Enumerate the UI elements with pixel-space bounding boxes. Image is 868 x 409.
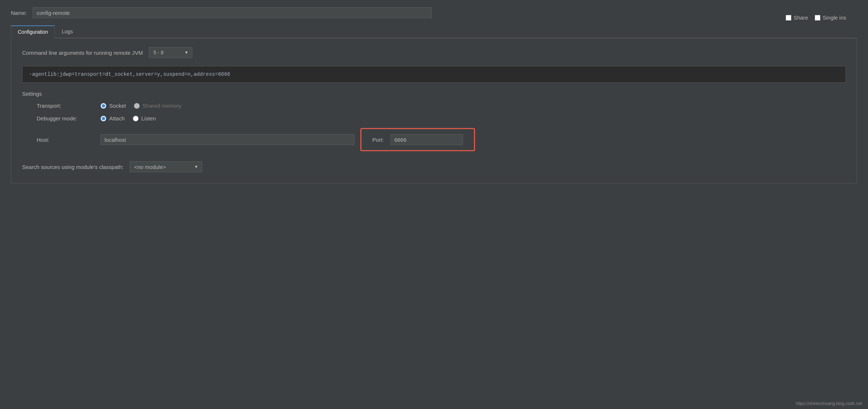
agent-string-text: -agentlib:jdwp=transport=dt_socket,serve…: [29, 71, 230, 77]
debugger-mode-attach-radio[interactable]: [101, 116, 106, 121]
single-instance-checkbox-label[interactable]: Single ins: [815, 15, 846, 21]
single-instance-checkbox[interactable]: [815, 15, 820, 21]
share-checkbox-label[interactable]: Share: [786, 15, 808, 21]
port-section: Port:: [360, 128, 475, 151]
debugger-mode-attach-option[interactable]: Attach: [101, 115, 125, 121]
debugger-mode-listen-option[interactable]: Listen: [133, 115, 156, 121]
single-instance-label: Single ins: [823, 15, 846, 21]
tab-configuration[interactable]: Configuration: [11, 25, 55, 38]
share-label: Share: [794, 15, 808, 21]
transport-shared-memory-radio[interactable]: [134, 103, 140, 109]
debugger-mode-row: Debugger mode: Attach Listen: [37, 115, 846, 121]
version-select[interactable]: 5 - 8 9+: [149, 47, 192, 58]
transport-row: Transport: Socket Shared memory: [37, 103, 846, 109]
transport-shared-memory-label: Shared memory: [143, 103, 181, 109]
classpath-select-wrapper: <no module> ▼: [130, 161, 202, 172]
transport-shared-memory-option[interactable]: Shared memory: [134, 103, 181, 109]
port-label: Port:: [372, 137, 384, 143]
debugger-mode-listen-radio[interactable]: [133, 116, 139, 121]
classpath-label: Search sources using module's classpath:: [22, 164, 124, 170]
tab-bar: Configuration Logs: [11, 25, 857, 38]
debugger-mode-listen-label: Listen: [142, 115, 156, 121]
jvm-args-row: Command line arguments for running remot…: [22, 47, 846, 58]
host-input[interactable]: [101, 134, 355, 145]
classpath-select[interactable]: <no module>: [130, 161, 202, 172]
port-input[interactable]: [390, 134, 463, 145]
name-label: Name:: [11, 10, 33, 16]
agent-string-box: -agentlib:jdwp=transport=dt_socket,serve…: [22, 66, 846, 83]
jvm-args-label: Command line arguments for running remot…: [22, 50, 143, 56]
transport-radio-group: Socket Shared memory: [101, 103, 181, 109]
debugger-mode-label: Debugger mode:: [37, 115, 95, 121]
transport-label: Transport:: [37, 103, 95, 109]
watermark: https://shirenchuang.blog.csdn.net: [796, 401, 862, 406]
transport-socket-label: Socket: [109, 103, 126, 109]
transport-socket-option[interactable]: Socket: [101, 103, 126, 109]
settings-section-label: Settings: [22, 91, 846, 97]
debugger-mode-attach-label: Attach: [109, 115, 125, 121]
debugger-mode-radio-group: Attach Listen: [101, 115, 156, 121]
name-input[interactable]: [33, 7, 432, 18]
host-port-row: Host: Port:: [37, 128, 846, 151]
version-select-wrapper: 5 - 8 9+ ▼: [149, 47, 192, 58]
transport-socket-radio[interactable]: [101, 103, 106, 109]
host-label: Host:: [37, 137, 95, 143]
share-checkbox[interactable]: [786, 15, 791, 21]
tab-logs[interactable]: Logs: [55, 25, 79, 38]
config-panel: Command line arguments for running remot…: [11, 38, 857, 183]
settings-grid: Transport: Socket Shared memory Debugger…: [37, 103, 846, 151]
classpath-row: Search sources using module's classpath:…: [22, 161, 846, 172]
